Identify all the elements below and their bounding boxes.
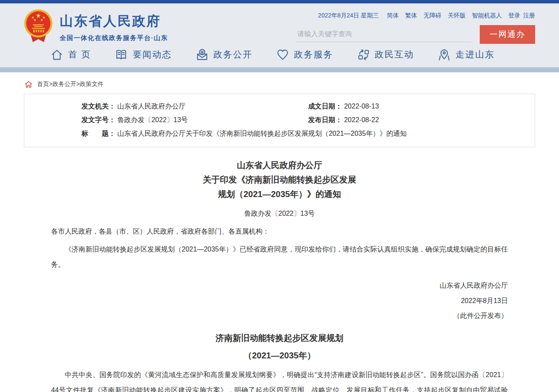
- document-title-line3: 规划（2021—2035年）》的通知: [51, 187, 508, 201]
- signature-agency: 山东省人民政府办公厅: [51, 278, 508, 293]
- info-written-date-value: 2022-08-13: [344, 103, 379, 110]
- signature-block: 山东省人民政府办公厅 2022年8月13日 （此件公开发布）: [51, 278, 508, 323]
- link-login[interactable]: 登录: [508, 12, 520, 20]
- link-traditional-chinese[interactable]: 繁体: [405, 12, 417, 20]
- info-publish-date-label: 发布日期：: [308, 116, 342, 123]
- header-toolbar: 2022年8月24日 星期三 简体 繁体 无障碍 关怀版 智能机器人 登录 注册: [296, 12, 535, 20]
- site-logo-link[interactable]: 山东省人民政府 全国一体化在线政务服务平台·山东: [24, 3, 168, 44]
- info-title: 标 题： 山东省人民政府办公厅关于印发《济南新旧动能转换起步区发展规划（2021…: [24, 127, 535, 140]
- document-body: 山东省人民政府办公厅 关于印发《济南新旧动能转换起步区发展 规划（2021—20…: [24, 158, 535, 392]
- nav-item-news[interactable]: 要闻动态: [115, 48, 172, 61]
- search-input[interactable]: [296, 27, 471, 42]
- document-title: 山东省人民政府办公厅 关于印发《济南新旧动能转换起步区发展 规划（2021—20…: [51, 158, 508, 201]
- current-date: 2022年8月24日 星期三: [318, 12, 379, 20]
- nav-label: 首 页: [68, 49, 91, 60]
- info-publish-date-value: 2022-08-22: [344, 116, 379, 123]
- document-number: 鲁政办发〔2022〕13号: [51, 209, 508, 218]
- mail-icon: [196, 48, 209, 61]
- nav-item-gov-services[interactable]: 政务服务: [276, 48, 333, 61]
- nav-item-home[interactable]: 首 页: [50, 48, 91, 61]
- main-navigation: 首 页 要闻动态 政务公开 政务服务: [0, 44, 559, 67]
- nav-item-public-interaction[interactable]: 政民互动: [357, 48, 414, 61]
- info-written-date: 成文日期： 2022-08-13: [308, 100, 535, 113]
- info-issuing-agency: 发文机关： 山东省人民政府办公厅: [24, 100, 308, 113]
- breadcrumb-path[interactable]: 首页>政务公开>政策文件: [37, 80, 104, 88]
- nav-label: 政务公开: [213, 49, 253, 60]
- national-emblem-icon: [24, 9, 53, 43]
- nav-label: 走进山东: [455, 49, 495, 60]
- site-title: 山东省人民政府: [60, 12, 168, 30]
- info-title-value: 山东省人民政府办公厅关于印发《济南新旧动能转换起步区发展规划（2021—2035…: [117, 130, 406, 137]
- info-issuing-agency-label: 发文机关：: [81, 103, 115, 110]
- breadcrumb: 首页>政务公开>政策文件: [24, 72, 535, 94]
- signature-date: 2022年8月13日: [51, 293, 508, 309]
- link-simplified-chinese[interactable]: 简体: [387, 12, 399, 20]
- plan-intro-paragraph: 中共中央、国务院印发的《黄河流域生态保护和高质量发展规划纲要》，明确提出“支持济…: [51, 367, 508, 392]
- interact-arrows-icon: [357, 48, 370, 61]
- document-title-line1: 山东省人民政府办公厅: [51, 158, 508, 172]
- nav-item-gov-disclosure[interactable]: 政务公开: [196, 48, 253, 61]
- link-register[interactable]: 注册: [523, 12, 535, 20]
- info-publish-date: 发布日期： 2022-08-22: [308, 113, 535, 127]
- plan-title: 济南新旧动能转换起步区发展规划: [51, 332, 508, 344]
- one-stop-service-button[interactable]: 一网通办: [480, 25, 535, 44]
- link-smart-robot[interactable]: 智能机器人: [472, 12, 502, 20]
- map-pin-icon: [438, 48, 451, 61]
- document-info-box: 发文机关： 山东省人民政府办公厅 成文日期： 2022-08-13 发文字号： …: [24, 94, 535, 147]
- site-header: 山东省人民政府 全国一体化在线政务服务平台·山东 2022年8月24日 星期三 …: [0, 3, 559, 44]
- info-written-date-label: 成文日期：: [308, 103, 342, 110]
- home-icon: [50, 48, 63, 61]
- info-issuing-agency-value: 山东省人民政府办公厅: [117, 103, 185, 110]
- heart-icon: [276, 48, 289, 61]
- document-title-line2: 关于印发《济南新旧动能转换起步区发展: [51, 172, 508, 187]
- nav-label: 政民互动: [375, 49, 414, 60]
- nav-item-about-shandong[interactable]: 走进山东: [438, 48, 495, 61]
- info-doc-number-value: 鲁政办发〔2022〕13号: [117, 116, 187, 123]
- link-care-version[interactable]: 关怀版: [448, 12, 466, 20]
- breadcrumb-home-icon: [25, 81, 32, 88]
- notice-paragraph: 《济南新旧动能转换起步区发展规划（2021—2035年）》已经省政府同意，现印发…: [51, 242, 508, 272]
- plan-subtitle: （2021—2035年）: [51, 350, 508, 361]
- nav-label: 政务服务: [294, 49, 333, 60]
- publish-note: （此件公开发布）: [51, 308, 508, 323]
- link-accessibility[interactable]: 无障碍: [424, 12, 441, 20]
- top-accent-bar: [0, 0, 559, 3]
- book-icon: [115, 48, 128, 61]
- divider-strip: [0, 67, 559, 72]
- info-title-label: 标 题：: [81, 130, 115, 137]
- page-content: 首页>政务公开>政策文件 发文机关： 山东省人民政府办公厅 成文日期： 2022…: [24, 72, 535, 392]
- info-doc-number-label: 发文字号：: [81, 116, 115, 123]
- nav-label: 要闻动态: [133, 49, 172, 60]
- salutation-paragraph: 各市人民政府，各县（市、区）人民政府，省政府各部门、各直属机构：: [51, 224, 508, 239]
- site-subtitle: 全国一体化在线政务服务平台·山东: [60, 34, 168, 42]
- info-doc-number: 发文字号： 鲁政办发〔2022〕13号: [24, 113, 308, 127]
